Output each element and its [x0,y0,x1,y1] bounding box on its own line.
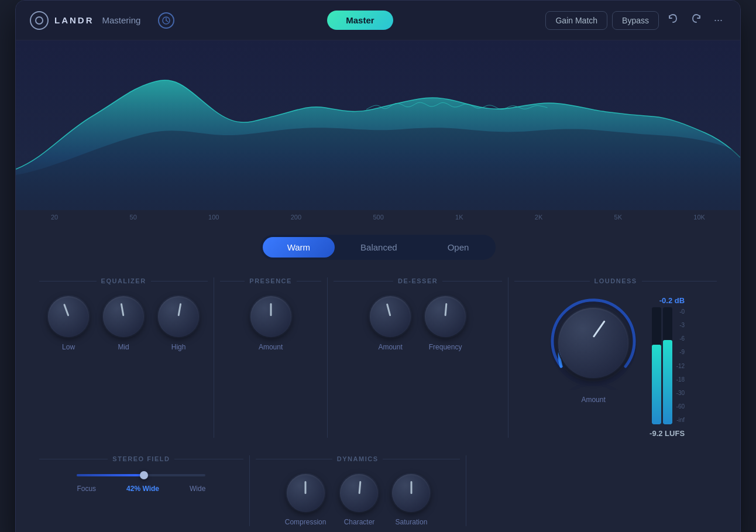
eq-knobs-row: Low Mid High [48,296,199,351]
logo-icon [30,11,49,30]
compression-knob[interactable] [287,474,325,512]
loudness-main-knob[interactable] [558,308,628,378]
eq-high-knob[interactable] [158,296,199,337]
style-pill-open[interactable]: Open [423,237,494,258]
redo-button[interactable] [687,11,706,30]
clock-icon[interactable] [158,12,174,29]
stereo-slider-track[interactable] [77,474,205,476]
freq-label-2k: 2K [535,214,542,221]
style-pills-container: Warm Balanced Open [260,235,496,260]
deesser-freq-knob[interactable] [425,296,466,337]
freq-label-20: 20 [51,214,58,221]
stereo-slider-fill [77,474,143,476]
svg-line-2 [166,20,168,22]
deesser-section: DE-ESSER Amount Frequency [334,277,502,438]
loudness-amount-label: Amount [581,396,605,404]
vu-scale: -0 -3 -6 -9 -12 -18 -30 -60 -inf [676,307,685,424]
style-pill-balanced[interactable]: Balanced [336,237,422,258]
stereo-slider-container: Focus 42% Wide Wide [39,474,243,493]
deesser-amount-knob[interactable] [370,296,411,337]
stereo-title: STEREO FIELD [112,455,170,462]
lufs-value: -9.2 LUFS [650,429,685,438]
loud-line-right [642,281,717,282]
style-pill-warm[interactable]: Warm [263,237,335,258]
loudness-content: Amount -0.2 dB [547,296,685,438]
header-right: Gain Match Bypass ··· [545,11,726,30]
undo-button[interactable] [664,11,682,30]
gain-match-button[interactable]: Gain Match [545,11,607,30]
logo-inner [35,16,43,25]
deesser-freq-label: Frequency [429,343,462,351]
divider-5 [466,455,466,526]
freq-label-200: 200 [291,214,301,221]
eq-low-label: Low [62,343,75,351]
stereo-wide-label: Wide [190,485,205,493]
eq-line-left [39,281,97,282]
presence-knobs-row: Amount [250,296,291,351]
deesser-amount-label: Amount [378,343,402,351]
more-button[interactable]: ··· [710,12,726,29]
loudness-knob-area: Amount [547,296,640,404]
eq-line-right [151,281,208,282]
pres-line-left [220,281,245,282]
dynamics-section: DYNAMICS Compression Character [256,455,460,526]
eq-low-knob[interactable] [48,296,89,337]
divider-4 [249,455,250,526]
dynamics-title: DYNAMICS [337,455,379,462]
vu-mark-18: -18 [676,376,685,383]
master-button[interactable]: Master [327,11,393,30]
divider-1 [214,277,214,438]
deesser-freq-group: Frequency [425,296,466,351]
vu-mark-0: -0 [676,308,685,315]
equalizer-header: EQUALIZER [39,277,208,284]
vu-mark-inf: -inf [676,417,685,423]
vu-mark-12: -12 [676,363,685,369]
de-line-right [442,281,502,282]
frequency-labels: 20 50 100 200 500 1K 2K 5K 10K [16,210,740,224]
presence-header: PRESENCE [220,277,321,284]
dyn-line-left [256,459,332,459]
deesser-header: DE-ESSER [334,277,502,284]
eq-high-group: High [158,296,199,351]
stereo-focus-label: Focus [77,485,96,493]
header: LANDR Mastering Master Gain Match Bypass [16,1,740,40]
vu-meter-area: -0.2 dB -0 -3 [650,296,685,438]
deesser-title: DE-ESSER [398,277,438,284]
stereo-line-left [39,459,108,459]
stereo-value: 42% Wide [126,485,159,493]
stereo-slider-labels: Focus 42% Wide Wide [77,485,205,493]
presence-section: PRESENCE Amount [220,277,321,438]
dynamics-header: DYNAMICS [256,455,460,462]
deesser-knobs-row: Amount Frequency [370,296,466,351]
freq-label-10k: 10K [693,214,705,221]
presence-amount-knob[interactable] [250,296,291,337]
character-knob[interactable] [340,474,378,512]
eq-low-group: Low [48,296,89,351]
logo-area: LANDR Mastering [30,11,174,30]
vu-fill-left [652,345,661,424]
loud-line-left [514,281,589,282]
spectrum-display [16,40,740,210]
pres-line-right [297,281,321,282]
eq-mid-label: Mid [118,343,129,351]
vu-mark-3: -3 [676,322,685,328]
loudness-knob-wrapper [547,296,640,390]
bypass-button[interactable]: Bypass [612,11,659,30]
loudness-title: LOUDNESS [595,277,637,284]
eq-high-label: High [171,343,186,351]
vu-mark-60: -60 [676,403,685,410]
saturation-group: Saturation [392,474,430,526]
character-group: Character [340,474,378,526]
vu-bar-left [652,307,661,424]
eq-mid-group: Mid [103,296,144,351]
freq-label-5k: 5K [614,214,622,221]
stereo-slider-thumb[interactable] [140,471,148,479]
presence-amount-group: Amount [250,296,291,351]
saturation-knob[interactable] [392,474,430,512]
vu-mark-6: -6 [676,335,685,342]
de-line-left [334,281,393,282]
divider-3 [508,277,508,438]
vu-bars-container: -0 -3 -6 -9 -12 -18 -30 -60 -inf [652,307,685,424]
freq-label-50: 50 [130,214,137,221]
eq-mid-knob[interactable] [103,296,144,337]
